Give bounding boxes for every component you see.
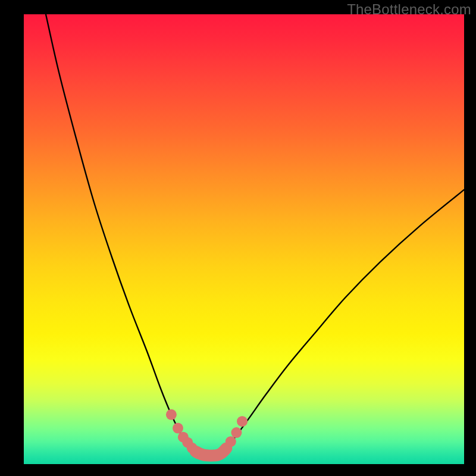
svg-point-1 (173, 423, 183, 434)
curve-left (46, 14, 198, 454)
curve-layer (24, 14, 464, 464)
svg-point-7 (231, 427, 242, 438)
svg-point-5 (190, 446, 201, 457)
plot-area (24, 14, 464, 464)
chart-frame: TheBottleneck.com (0, 0, 476, 476)
curve-right (220, 190, 464, 455)
svg-point-6 (226, 436, 236, 447)
highlight-right-dots (226, 416, 248, 447)
svg-point-8 (237, 416, 248, 427)
svg-point-0 (166, 409, 177, 420)
highlight-left-dots (166, 409, 201, 457)
